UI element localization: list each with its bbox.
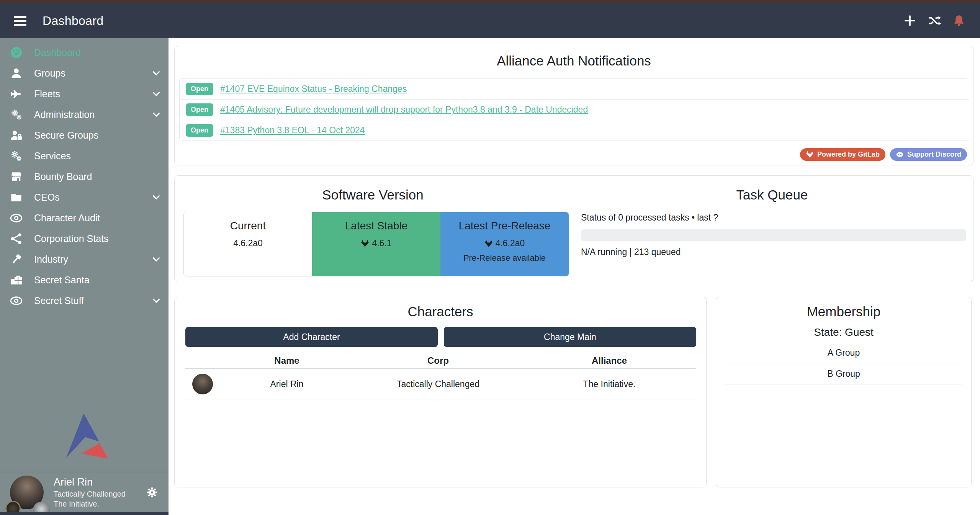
sidebar-user-panel: Ariel Rin Tactically Challenged The Init… bbox=[0, 472, 169, 512]
list-item: Open #1405 Advisory: Future development … bbox=[180, 99, 969, 120]
version-latest-prerelease: Latest Pre-Release 4.6.2a0 Pre-Release a… bbox=[440, 212, 569, 276]
column-header-corp: Corp bbox=[354, 355, 522, 366]
sidebar-item-label: Bounty Board bbox=[34, 171, 92, 182]
sidebar-item-label: Groups bbox=[34, 68, 65, 79]
sidebar-item-secret-stuff[interactable]: Secret Stuff bbox=[0, 290, 169, 311]
app-window: Dashboard bbox=[0, 0, 980, 515]
chevron-down-icon bbox=[151, 88, 162, 99]
notification-link[interactable]: #1405 Advisory: Future development will … bbox=[220, 105, 588, 115]
sidebar-item-services[interactable]: Services bbox=[0, 146, 169, 166]
user-settings-gear-icon[interactable] bbox=[146, 486, 159, 499]
sidebar-toggle-hamburger-icon[interactable] bbox=[14, 14, 26, 28]
gitlab-tanuki-icon bbox=[361, 239, 369, 248]
discord-icon bbox=[896, 150, 904, 159]
characters-title: Characters bbox=[175, 304, 706, 319]
version-label: Latest Pre-Release bbox=[440, 220, 569, 232]
list-item: Open #1383 Python 3.8 EOL - 14 Oct 2024 bbox=[180, 120, 969, 141]
sidebar-item-administration[interactable]: Administration bbox=[0, 104, 169, 125]
store-icon bbox=[10, 170, 23, 183]
sidebar-item-label: Industry bbox=[34, 254, 68, 265]
status-badge: Open bbox=[186, 83, 213, 95]
gitlab-tanuki-icon bbox=[484, 239, 493, 248]
sidebar-item-label: Services bbox=[34, 150, 71, 162]
footer-badges: Powered by GitLab Support Discord bbox=[800, 148, 967, 161]
sidebar-menu: Dashboard Groups Fleets Ad bbox=[0, 38, 169, 311]
add-character-button[interactable]: Add Character bbox=[185, 327, 438, 347]
list-item: A Group bbox=[725, 342, 962, 363]
prerelease-note: Pre-Release available bbox=[440, 253, 569, 263]
sidebar-item-fleets[interactable]: Fleets bbox=[0, 83, 169, 104]
cogs-icon bbox=[10, 108, 23, 121]
sidebar-item-bounty-board[interactable]: Bounty Board bbox=[0, 166, 169, 187]
character-portrait bbox=[192, 374, 213, 394]
sidebar-item-secure-groups[interactable]: Secure Groups bbox=[0, 125, 169, 146]
chevron-down-icon bbox=[151, 109, 162, 120]
task-queue-title: Task Queue bbox=[571, 187, 973, 203]
chevron-down-icon bbox=[151, 254, 162, 265]
sidebar-item-label: Fleets bbox=[34, 88, 60, 100]
cell-character-name: Ariel Rin bbox=[220, 379, 354, 389]
eye-icon bbox=[10, 294, 23, 307]
change-main-button[interactable]: Change Main bbox=[444, 327, 696, 347]
version-latest-stable: Latest Stable 4.6.1 bbox=[312, 212, 440, 276]
sidebar-bottom-strip bbox=[0, 512, 169, 515]
version-label: Current bbox=[184, 220, 312, 232]
status-badge: Open bbox=[186, 124, 213, 137]
column-header-alliance: Alliance bbox=[522, 355, 696, 366]
folder-icon bbox=[10, 191, 23, 204]
page-title: Dashboard bbox=[43, 14, 103, 28]
alliance-auth-logo bbox=[57, 410, 112, 464]
notification-link[interactable]: #1383 Python 3.8 EOL - 14 Oct 2024 bbox=[220, 125, 365, 136]
sidebar-item-label: Administration bbox=[34, 109, 95, 120]
sidebar-item-label: Corporation Stats bbox=[34, 233, 109, 244]
hammer-icon bbox=[10, 253, 23, 266]
version-value: 4.6.2a0 bbox=[233, 238, 263, 249]
sidebar-item-character-audit[interactable]: Character Audit bbox=[0, 208, 169, 228]
sidebar-item-secret-santa[interactable]: Secret Santa bbox=[0, 270, 169, 290]
sidebar-item-groups[interactable]: Groups bbox=[0, 63, 169, 83]
change-character-shuffle-icon[interactable] bbox=[928, 14, 941, 27]
version-value: 4.6.1 bbox=[372, 238, 391, 249]
support-discord-badge[interactable]: Support Discord bbox=[890, 148, 967, 161]
user-lock-icon bbox=[10, 129, 23, 142]
version-value: 4.6.2a0 bbox=[496, 238, 525, 249]
chevron-down-icon bbox=[151, 68, 162, 78]
sidebar-item-ceos[interactable]: CEOs bbox=[0, 187, 169, 208]
gitlab-tanuki-icon bbox=[806, 150, 814, 159]
sidebar-item-label: Secure Groups bbox=[34, 130, 98, 141]
sidebar-item-corporation-stats[interactable]: Corporation Stats bbox=[0, 228, 169, 249]
user-name: Ariel Rin bbox=[54, 476, 126, 489]
notifications-bell-icon[interactable] bbox=[952, 14, 965, 27]
notification-link[interactable]: #1407 EVE Equinox Status - Breaking Chan… bbox=[220, 84, 407, 94]
system-status-panel: Software Version Current 4.6.2a0 Latest … bbox=[174, 175, 973, 282]
gifts-icon bbox=[10, 274, 23, 286]
sidebar-item-dashboard[interactable]: Dashboard bbox=[0, 42, 169, 63]
characters-actions: Add Character Change Main bbox=[185, 327, 696, 347]
characters-table: Name Corp Alliance Ariel Rin Tactically … bbox=[185, 353, 696, 399]
powered-by-gitlab-badge[interactable]: Powered by GitLab bbox=[800, 148, 885, 161]
add-character-plus-icon[interactable] bbox=[903, 14, 916, 27]
user-corp: Tactically Challenged bbox=[54, 489, 126, 499]
badge-label: Powered by GitLab bbox=[817, 150, 880, 159]
task-queue-status-line: Status of 0 processed tasks • last ? bbox=[581, 213, 718, 223]
software-version-title: Software Version bbox=[175, 187, 571, 203]
cell-character-alliance: The Initiative. bbox=[522, 379, 696, 389]
notifications-panel: Alliance Auth Notifications Open #1407 E… bbox=[174, 46, 973, 165]
sidebar-item-label: Secret Santa bbox=[34, 275, 90, 286]
task-queue-info-line: N/A running | 213 queued bbox=[581, 247, 681, 257]
list-item: B Group bbox=[725, 363, 962, 384]
membership-panel: Membership State: Guest A Group B Group bbox=[716, 297, 972, 487]
notifications-list: Open #1407 EVE Equinox Status - Breaking… bbox=[179, 78, 969, 141]
status-badge: Open bbox=[186, 103, 213, 116]
chevron-down-icon bbox=[151, 192, 162, 203]
version-comparison-box: Current 4.6.2a0 Latest Stable 4.6.1 Late… bbox=[183, 212, 569, 276]
chevron-down-icon bbox=[151, 295, 162, 306]
fighter-jet-icon bbox=[10, 88, 23, 100]
sidebar-item-label: Character Audit bbox=[34, 213, 100, 224]
user-icon bbox=[10, 67, 23, 80]
column-header-name: Name bbox=[220, 355, 354, 366]
sidebar-item-industry[interactable]: Industry bbox=[0, 249, 169, 270]
table-row: Ariel Rin Tactically Challenged The Init… bbox=[185, 369, 696, 399]
top-navbar: Dashboard bbox=[0, 3, 980, 38]
user-identity: Ariel Rin Tactically Challenged The Init… bbox=[54, 476, 126, 509]
